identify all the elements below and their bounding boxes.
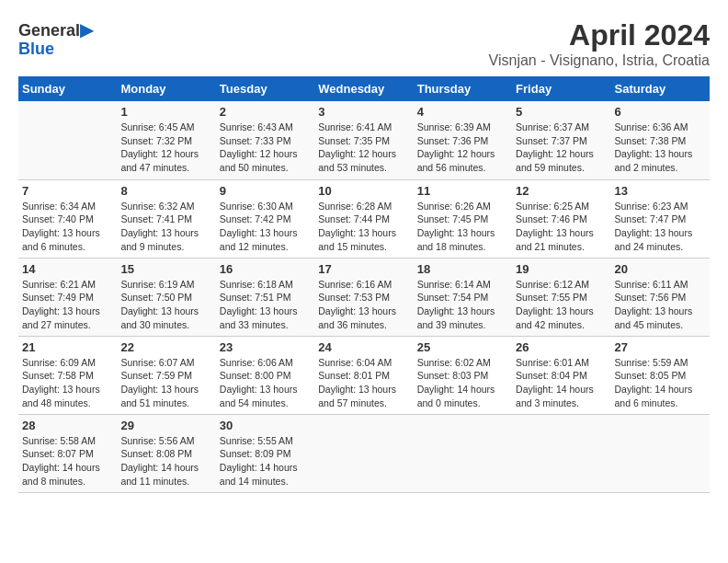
calendar-cell: 18Sunrise: 6:14 AM Sunset: 7:54 PM Dayli… [414,258,512,336]
day-number: 18 [417,262,508,276]
calendar-cell: 5Sunrise: 6:37 AM Sunset: 7:37 PM Daylig… [512,101,610,179]
calendar-cell [512,414,610,492]
day-number: 12 [516,184,607,198]
header-day-monday: Monday [117,76,215,101]
day-number: 3 [318,105,409,119]
day-number: 28 [22,419,113,432]
calendar-table: SundayMondayTuesdayWednesdayThursdayFrid… [18,76,710,493]
day-info: Sunrise: 6:26 AM Sunset: 7:45 PM Dayligh… [417,200,508,254]
title-block: April 2024 Visnjan - Visignano, Istria, … [489,18,710,69]
day-info: Sunrise: 6:04 AM Sunset: 8:01 PM Dayligh… [318,356,409,410]
day-number: 8 [120,184,211,198]
day-info: Sunrise: 6:21 AM Sunset: 7:49 PM Dayligh… [22,278,113,332]
day-info: Sunrise: 6:25 AM Sunset: 7:46 PM Dayligh… [516,200,607,254]
day-info: Sunrise: 6:19 AM Sunset: 7:50 PM Dayligh… [120,278,211,332]
day-number: 16 [220,262,311,276]
day-info: Sunrise: 6:06 AM Sunset: 8:00 PM Dayligh… [220,356,311,410]
calendar-cell: 24Sunrise: 6:04 AM Sunset: 8:01 PM Dayli… [314,336,413,414]
day-number: 21 [22,340,113,354]
calendar-cell [18,101,117,179]
day-info: Sunrise: 5:59 AM Sunset: 8:05 PM Dayligh… [615,356,706,410]
calendar-cell: 2Sunrise: 6:43 AM Sunset: 7:33 PM Daylig… [216,101,314,179]
day-info: Sunrise: 6:12 AM Sunset: 7:55 PM Dayligh… [516,278,607,332]
calendar-cell: 15Sunrise: 6:19 AM Sunset: 7:50 PM Dayli… [117,258,215,336]
calendar-cell: 20Sunrise: 6:11 AM Sunset: 7:56 PM Dayli… [611,258,710,336]
day-info: Sunrise: 6:43 AM Sunset: 7:33 PM Dayligh… [220,121,311,175]
day-info: Sunrise: 6:32 AM Sunset: 7:41 PM Dayligh… [120,200,211,254]
calendar-cell: 11Sunrise: 6:26 AM Sunset: 7:45 PM Dayli… [414,179,512,258]
calendar-cell: 7Sunrise: 6:34 AM Sunset: 7:40 PM Daylig… [18,179,117,258]
page-header: General▶ Blue April 2024 Visnjan - Visig… [18,18,710,69]
day-info: Sunrise: 6:02 AM Sunset: 8:03 PM Dayligh… [417,356,508,410]
calendar-cell [314,414,413,492]
week-row-1: 1Sunrise: 6:45 AM Sunset: 7:32 PM Daylig… [18,101,710,179]
day-number: 30 [220,419,311,432]
day-info: Sunrise: 6:45 AM Sunset: 7:32 PM Dayligh… [120,121,211,175]
calendar-cell: 21Sunrise: 6:09 AM Sunset: 7:58 PM Dayli… [18,336,117,414]
day-info: Sunrise: 6:34 AM Sunset: 7:40 PM Dayligh… [22,200,113,254]
day-number: 27 [615,340,706,354]
day-info: Sunrise: 6:11 AM Sunset: 7:56 PM Dayligh… [615,278,706,332]
calendar-cell: 22Sunrise: 6:07 AM Sunset: 7:59 PM Dayli… [117,336,215,414]
day-number: 5 [516,105,607,119]
calendar-cell: 13Sunrise: 6:23 AM Sunset: 7:47 PM Dayli… [611,179,710,258]
day-number: 19 [516,262,607,276]
header-row: SundayMondayTuesdayWednesdayThursdayFrid… [18,76,710,101]
day-number: 25 [417,340,508,354]
month-title: April 2024 [489,18,710,52]
calendar-cell: 4Sunrise: 6:39 AM Sunset: 7:36 PM Daylig… [414,101,512,179]
day-info: Sunrise: 5:56 AM Sunset: 8:08 PM Dayligh… [120,434,211,488]
day-info: Sunrise: 5:55 AM Sunset: 8:09 PM Dayligh… [220,434,311,488]
calendar-body: 1Sunrise: 6:45 AM Sunset: 7:32 PM Daylig… [18,101,710,492]
day-info: Sunrise: 6:18 AM Sunset: 7:51 PM Dayligh… [220,278,311,332]
day-number: 7 [22,184,113,198]
header-day-tuesday: Tuesday [216,76,314,101]
day-number: 11 [417,184,508,198]
calendar-cell: 12Sunrise: 6:25 AM Sunset: 7:46 PM Dayli… [512,179,610,258]
week-row-5: 28Sunrise: 5:58 AM Sunset: 8:07 PM Dayli… [18,414,710,492]
day-info: Sunrise: 6:01 AM Sunset: 8:04 PM Dayligh… [516,356,607,410]
calendar-cell: 29Sunrise: 5:56 AM Sunset: 8:08 PM Dayli… [117,414,215,492]
day-number: 23 [220,340,311,354]
day-info: Sunrise: 6:37 AM Sunset: 7:37 PM Dayligh… [516,121,607,175]
logo-text-blue: Blue [18,40,54,58]
calendar-cell: 30Sunrise: 5:55 AM Sunset: 8:09 PM Dayli… [216,414,314,492]
calendar-cell [414,414,512,492]
day-number: 1 [120,105,211,119]
day-number: 9 [220,184,311,198]
day-number: 13 [615,184,706,198]
day-info: Sunrise: 5:58 AM Sunset: 8:07 PM Dayligh… [22,434,113,488]
header-day-sunday: Sunday [18,76,117,101]
calendar-cell: 27Sunrise: 5:59 AM Sunset: 8:05 PM Dayli… [611,336,710,414]
day-info: Sunrise: 6:14 AM Sunset: 7:54 PM Dayligh… [417,278,508,332]
logo-text-general: General [18,21,80,40]
calendar-cell: 14Sunrise: 6:21 AM Sunset: 7:49 PM Dayli… [18,258,117,336]
location-title: Visnjan - Visignano, Istria, Croatia [489,52,710,69]
day-number: 26 [516,340,607,354]
calendar-cell: 10Sunrise: 6:28 AM Sunset: 7:44 PM Dayli… [314,179,413,258]
logo-icon: ▶ [80,19,94,40]
calendar-cell: 28Sunrise: 5:58 AM Sunset: 8:07 PM Dayli… [18,414,117,492]
day-number: 10 [318,184,409,198]
calendar-cell: 9Sunrise: 6:30 AM Sunset: 7:42 PM Daylig… [216,179,314,258]
day-number: 15 [120,262,211,276]
day-info: Sunrise: 6:16 AM Sunset: 7:53 PM Dayligh… [318,278,409,332]
day-info: Sunrise: 6:28 AM Sunset: 7:44 PM Dayligh… [318,200,409,254]
day-number: 20 [615,262,706,276]
calendar-cell: 6Sunrise: 6:36 AM Sunset: 7:38 PM Daylig… [611,101,710,179]
day-info: Sunrise: 6:36 AM Sunset: 7:38 PM Dayligh… [615,121,706,175]
day-number: 4 [417,105,508,119]
week-row-2: 7Sunrise: 6:34 AM Sunset: 7:40 PM Daylig… [18,179,710,258]
week-row-3: 14Sunrise: 6:21 AM Sunset: 7:49 PM Dayli… [18,258,710,336]
header-day-saturday: Saturday [611,76,710,101]
day-info: Sunrise: 6:09 AM Sunset: 7:58 PM Dayligh… [22,356,113,410]
day-number: 2 [220,105,311,119]
calendar-cell: 8Sunrise: 6:32 AM Sunset: 7:41 PM Daylig… [117,179,215,258]
day-info: Sunrise: 6:23 AM Sunset: 7:47 PM Dayligh… [615,200,706,254]
calendar-cell: 3Sunrise: 6:41 AM Sunset: 7:35 PM Daylig… [314,101,413,179]
calendar-cell [611,414,710,492]
calendar-cell: 19Sunrise: 6:12 AM Sunset: 7:55 PM Dayli… [512,258,610,336]
calendar-header: SundayMondayTuesdayWednesdayThursdayFrid… [18,76,710,101]
calendar-cell: 16Sunrise: 6:18 AM Sunset: 7:51 PM Dayli… [216,258,314,336]
header-day-wednesday: Wednesday [314,76,413,101]
